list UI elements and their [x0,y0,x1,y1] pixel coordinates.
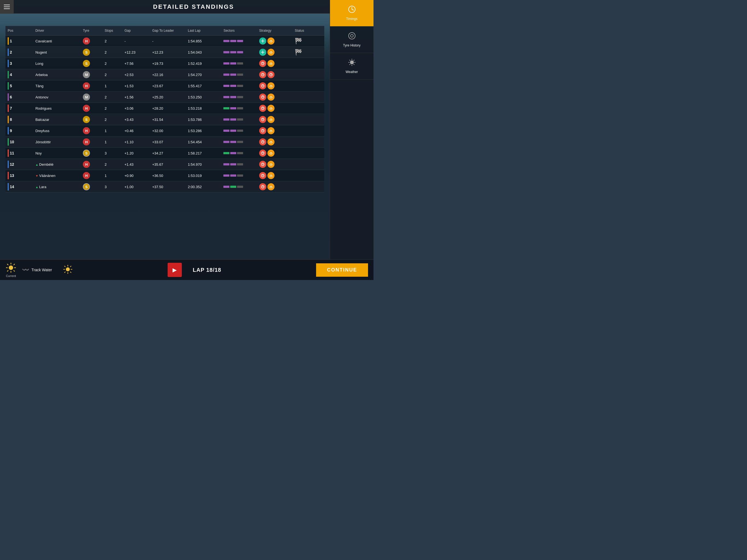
driver-name: Jónsdóttir [33,136,81,148]
gap-cell: +12.23 [122,47,150,58]
svg-line-56 [70,266,71,267]
pos-cell-9: 9 [5,125,33,136]
svg-point-29 [349,32,355,39]
status-cell [292,69,324,80]
svg-point-31 [350,60,354,64]
continue-button[interactable]: CONTINUE [316,263,368,277]
gap-cell: +2.53 [122,69,150,80]
col-header-tyre: Tyre [81,26,103,35]
last-lap-cell: 1:55.417 [186,80,221,92]
svg-point-9 [271,98,271,99]
gap-to-leader-cell: +36.50 [150,170,186,181]
tyre-badge: H [81,35,103,47]
last-lap-cell: 1:54.855 [186,35,221,47]
stops-cell: 2 [103,103,122,114]
driver-name: Cavalcanti [33,35,81,47]
gap-cell: +3.43 [122,114,150,125]
status-cell [292,92,324,103]
sidebar-item-timings[interactable]: Timings [330,0,374,27]
strategy-cell [257,103,292,114]
driver-name: Arbeloa [33,69,81,80]
tyre-badge: H [81,170,103,181]
sidebar-item-tyre-history[interactable]: Tyre History [330,27,374,53]
driver-name: ▼ Väänänen [33,170,81,181]
sectors-cell [221,159,257,170]
gap-to-leader-cell: +22.16 [150,69,186,80]
tyre-badge: S [81,181,103,193]
gap-cell: +0.90 [122,170,150,181]
table-row[interactable]: 9DreyfussH1+0.46+32.001:53.286 [5,125,324,136]
table-row[interactable]: 2NugentS2+12.23+12.231:54.043🏁 [5,47,324,58]
table-row[interactable]: 14▲ LaraS3+1.00+37.502:00.352 [5,181,324,193]
strategy-cell [257,69,292,80]
svg-point-7 [271,87,271,87]
sectors-cell [221,125,257,136]
tyre-badge: M [81,69,103,80]
table-row[interactable]: 10JónsdóttirH1+1.10+33.071:54.454 [5,136,324,148]
tyre-badge: H [81,103,103,114]
status-cell [292,114,324,125]
table-row[interactable]: 3LongS2+7.56+19.731:52.419 [5,58,324,69]
driver-name: Balcazar [33,114,81,125]
current-label: Current [6,274,16,278]
gap-cell: +0.46 [122,125,150,136]
gap-cell: - [122,35,150,47]
svg-point-17 [271,143,271,144]
menu-button[interactable] [0,0,14,14]
table-row[interactable]: 8BalcazarS2+3.43+31.541:53.786 [5,114,324,125]
last-lap-cell: 1:53.286 [186,125,221,136]
play-button[interactable] [168,263,182,277]
timings-icon [348,5,356,15]
table-row[interactable]: 1CavalcantiH2--1:54.855🏁 [5,35,324,47]
status-cell [292,80,324,92]
gap-cell: +7.56 [122,58,150,69]
stops-cell: 1 [103,136,122,148]
status-cell [292,159,324,170]
table-row[interactable]: 5TāngH1+1.53+23.671:55.417 [5,80,324,92]
pos-cell-11: 11 [5,148,33,159]
col-header-gap-to-leader: Gap To Leader [150,26,186,35]
table-row[interactable]: 13▼ VäänänenH1+0.90+36.501:53.019 [5,170,324,181]
table-row[interactable]: 7RodriguesH2+3.06+28.201:53.218 [5,103,324,114]
last-lap-cell: 1:54.043 [186,47,221,58]
stops-cell: 2 [103,69,122,80]
svg-point-25 [271,187,271,188]
last-lap-cell: 1:53.019 [186,170,221,181]
strategy-cell [257,35,292,47]
gap-cell: +1.56 [122,92,150,103]
table-row[interactable]: 11NoyS3+1.20+34.271:58.217 [5,148,324,159]
stops-cell: 2 [103,92,122,103]
gap-to-leader-cell: +12.23 [150,47,186,58]
svg-point-13 [271,120,271,121]
pos-cell-12: 12 [5,159,33,170]
weather-icon [348,58,356,68]
tyre-badge: H [81,136,103,148]
table-row[interactable]: 4ArbeloaM2+2.53+22.161:54.270 [5,69,324,80]
pos-cell-3: 3 [5,58,33,69]
sidebar-item-weather[interactable]: Weather [330,53,374,80]
sectors-cell [221,35,257,47]
pos-cell-10: 10 [5,136,33,148]
gap-to-leader-cell: +34.27 [150,148,186,159]
stops-cell: 3 [103,181,122,193]
stops-cell: 1 [103,170,122,181]
col-header-pos: Pos [5,26,33,35]
stops-cell: 2 [103,58,122,69]
svg-point-30 [351,34,353,37]
gap-to-leader-cell: +25.20 [150,92,186,103]
table-row[interactable]: 12▲ DembéléH2+1.43+35.671:54.970 [5,159,324,170]
gap-to-leader-cell: +31.54 [150,114,186,125]
pos-cell-1: 1 [5,35,33,47]
col-header-last-lap: Last Lap [186,26,221,35]
lap-info: LAP 18/18 [193,267,221,273]
driver-name: Tāng [33,80,81,92]
status-cell: 🏁 [292,47,324,58]
stops-cell: 1 [103,125,122,136]
water-wave-icon: 〰️ [22,266,29,274]
status-cell [292,58,324,69]
pos-cell-8: 8 [5,114,33,125]
stops-cell: 2 [103,159,122,170]
col-header-stops: Stops [103,26,122,35]
tyre-history-icon [348,32,356,41]
table-row[interactable]: 6AntonovM2+1.56+25.201:53.250 [5,92,324,103]
